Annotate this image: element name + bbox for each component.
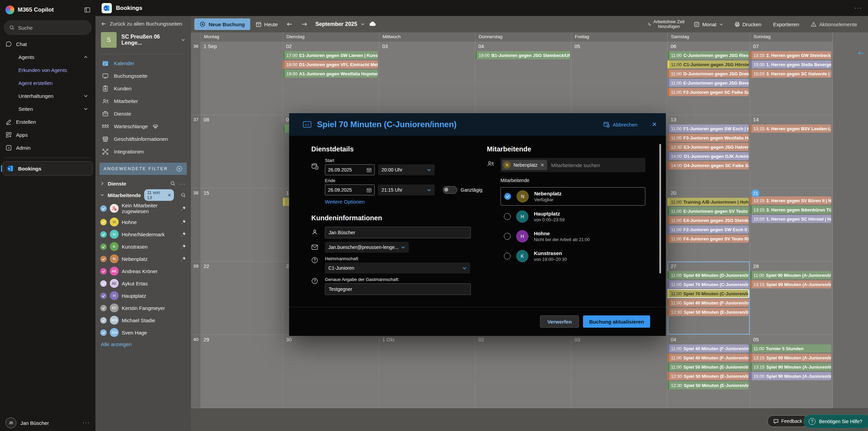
discard-button[interactable]: Verwerfen bbox=[540, 315, 579, 328]
calendar-event[interactable]: 13:15 Spiel 90 Minuten (A-Junioren/innen… bbox=[750, 280, 831, 288]
day-cell[interactable]: 2113:15 2. Herren gegen SV Büren II | Ne… bbox=[750, 188, 833, 262]
end-time-select[interactable]: 21:15 Uhr bbox=[378, 184, 435, 195]
day-cell[interactable]: 0411:00 Spiel 40 Minuten (F-Junioren/inn… bbox=[668, 335, 750, 408]
staff-filter-row[interactable]: MSMichael Stadie bbox=[95, 314, 191, 326]
dialog-scrollbar[interactable] bbox=[659, 144, 661, 273]
guest-team-input[interactable]: Testgegner bbox=[325, 283, 471, 295]
day-cell[interactable]: 0713:15 2. Herren gegen GW Steinbeck III… bbox=[750, 42, 833, 115]
staff-filter-section[interactable]: Mitarbeitende 11 von 13✕ bbox=[95, 189, 191, 201]
staff-filter-row[interactable]: KFKerstin Fangmeyer bbox=[95, 302, 191, 314]
calendar-event[interactable]: 11:00 E-Juniorinnen gegen SV Teuto Riese… bbox=[668, 207, 749, 215]
org-selector[interactable]: S SC Preußen 06 Lenge... bbox=[95, 29, 191, 51]
more-options-link[interactable]: Weitere Optionen bbox=[325, 199, 364, 205]
staff-checked-icon[interactable] bbox=[100, 205, 107, 212]
day-cell[interactable]: 2011:00 Training A/B-Juniorinnen | Hohne… bbox=[668, 188, 750, 262]
staff-filter-row[interactable]: HHohne/Niedermark bbox=[95, 228, 191, 240]
today-date[interactable]: 21 bbox=[750, 188, 832, 196]
day-cell[interactable]: 2811:00 Spiel 90 Minuten (A-Junioren/inn… bbox=[750, 262, 833, 335]
chip-remove-icon[interactable]: ✕ bbox=[540, 162, 544, 168]
search-input[interactable]: Suche bbox=[4, 20, 91, 35]
services-more-icon[interactable]: ··· bbox=[179, 181, 186, 187]
calendar-event[interactable]: 11:00 F4-Junioren gegen SV Teuto Riesenb… bbox=[668, 235, 749, 243]
home-team-select[interactable]: C1-Junioren bbox=[325, 263, 470, 273]
calendar-event[interactable]: 17:00 E1-Junioren gegen SW Lienen | Kuns… bbox=[283, 51, 378, 59]
staff-checked-icon[interactable] bbox=[100, 268, 107, 274]
calendar-event[interactable]: 11:00 E4-Junioren gegen JSG Steinbeck/Uf… bbox=[668, 216, 749, 224]
sidebar-item-chat[interactable]: Chat bbox=[0, 38, 95, 50]
collapse-panel-icon[interactable] bbox=[857, 50, 865, 56]
titlebar-more-icon[interactable]: ··· bbox=[854, 5, 862, 11]
sidebar-item-seiten[interactable]: Seiten bbox=[0, 102, 95, 115]
day-cell[interactable]: 1 Sep bbox=[200, 42, 283, 115]
staff-checked-icon[interactable] bbox=[100, 219, 107, 225]
calendar-event[interactable]: 11:00 E-Juniorinnen gegen JSG Bevergern/… bbox=[668, 79, 749, 87]
staff-checked-icon[interactable] bbox=[100, 305, 107, 311]
radio-icon[interactable] bbox=[504, 233, 511, 240]
nav-item-mitarbeiter[interactable]: Mitarbeiter bbox=[95, 95, 191, 107]
sidebar-item-agents[interactable]: Agents bbox=[0, 50, 95, 63]
calendar-event[interactable]: 19:00 A1-Junioren gegen Westfalia Hopste… bbox=[283, 70, 378, 78]
staff-search-field[interactable]: N Nebenplatz ✕ Mitarbeitende suchen bbox=[500, 158, 645, 172]
nav-item-warteschlange[interactable]: Warteschlange bbox=[95, 120, 191, 133]
pin-icon[interactable] bbox=[180, 244, 186, 250]
help-button[interactable]: ? Benötigen Sie Hilfe? bbox=[804, 415, 868, 428]
close-icon[interactable]: ✕ bbox=[652, 121, 657, 128]
staff-checked-icon[interactable] bbox=[100, 231, 107, 238]
calendar-event[interactable]: 11:00 Training A/B-Juniorinnen | Hohne bbox=[668, 198, 749, 206]
staff-filter-row[interactable]: AEAykut Ertas bbox=[95, 277, 191, 289]
export-button[interactable]: Exportieren bbox=[770, 18, 802, 30]
day-cell[interactable]: 1 Okt bbox=[379, 335, 475, 408]
day-cell[interactable]: 1311:00 F1-Junioren gegen SW Esch | Haup… bbox=[668, 115, 750, 188]
update-booking-button[interactable]: Buchung aktualisieren bbox=[583, 315, 650, 328]
staff-filter-badge[interactable]: 11 von 13✕ bbox=[144, 189, 174, 201]
calendar-event[interactable]: 15:00 Spiel 90 Minuten (A-Junioren/innen… bbox=[750, 372, 831, 380]
staff-filter-row[interactable]: NNebenplatz bbox=[95, 253, 191, 265]
sidebar-item-erstellen[interactable]: Erstellen bbox=[0, 115, 95, 128]
staff-chip[interactable]: N Nebenplatz ✕ bbox=[502, 160, 547, 170]
calendar-event[interactable]: 11:00 C-Juniorinnen gegen JSG Riesenbeck… bbox=[668, 51, 749, 59]
day-cell[interactable]: 2711:00 Spiel 60 Minuten (D-Junioren/inn… bbox=[668, 262, 750, 335]
day-cell[interactable]: 30 bbox=[283, 335, 379, 408]
clear-filters-icon[interactable] bbox=[176, 165, 183, 172]
start-time-select[interactable]: 20:00 Uhr bbox=[378, 164, 435, 175]
calendar-event[interactable]: 12:30 Spiel 50 Minuten (E-Junioren/innen… bbox=[668, 372, 749, 380]
day-cell[interactable]: 0217:00 E1-Junioren gegen SW Lienen | Ku… bbox=[283, 42, 379, 115]
day-cell[interactable]: 15 bbox=[200, 188, 283, 262]
user-row[interactable]: JB Jan Büscher ··· bbox=[0, 415, 95, 431]
month-picker[interactable]: September 2025 bbox=[315, 21, 376, 27]
sidebar-item-erkunden-von-agents[interactable]: Erkunden von Agents bbox=[0, 63, 95, 76]
calendar-event[interactable]: 12:30 Spiel 50 Minuten (E-Junioren/innen… bbox=[668, 381, 749, 389]
calendar-event[interactable]: 11:00 Spiel 40 Minuten (F-Junioren/innen… bbox=[668, 299, 749, 307]
calendar-event[interactable]: 11:00 F2-Junioren gegen SW Esch II | Hau… bbox=[668, 225, 749, 234]
radio-icon[interactable] bbox=[504, 213, 511, 220]
search-icon[interactable] bbox=[181, 192, 186, 198]
new-booking-button[interactable]: Neue Buchung bbox=[194, 18, 250, 30]
calendar-event[interactable]: 11:00 Turnier 5 Stunden bbox=[750, 344, 831, 353]
customer-name-input[interactable]: Jan Büscher bbox=[325, 227, 471, 238]
staff-option-hauptplatz[interactable]: HHauptplatz von 0:00–23:59 bbox=[500, 208, 645, 225]
sidebar-item-unterhaltungen[interactable]: Unterhaltungen bbox=[0, 89, 95, 102]
calendar-event[interactable]: 13:15 2. Herren gegen SV Büren II | Nebe… bbox=[750, 196, 831, 205]
end-date-input[interactable]: 26.09.2025 bbox=[325, 184, 375, 195]
staff-filter-row[interactable]: ? Kein Mitarbeiter zugewiesen bbox=[95, 201, 191, 216]
calendar-event[interactable]: 11:00 F3-Junioren gegen Westfalia Hopste… bbox=[668, 134, 749, 142]
cancel-booking-button[interactable]: Abbrechen bbox=[603, 121, 638, 128]
prev-month-button[interactable] bbox=[283, 18, 296, 30]
day-cell[interactable]: 0611:00 C-Juniorinnen gegen JSG Riesenbe… bbox=[668, 42, 750, 115]
calendar-event[interactable]: 14:00 D4-Junioren gegen SC Falke Saerbec… bbox=[668, 161, 749, 169]
calendar-event[interactable]: 11:00 F1-Junioren gegen SW Esch | Hauptp… bbox=[668, 124, 749, 133]
calendar-event[interactable]: 11:00 D-Juniorinnen gegen JSG Dreierwald… bbox=[668, 70, 749, 78]
calendar-event[interactable]: 11:00 Spiel 90 Minuten (A-Junioren/innen… bbox=[750, 271, 831, 279]
day-cell[interactable]: 03 bbox=[379, 42, 475, 115]
show-all-link[interactable]: Alle anzeigen bbox=[95, 339, 191, 350]
feedback-button[interactable]: Feedback bbox=[767, 415, 808, 427]
add-off-time-button[interactable]: Arbeitsfreie Zeit hinzufügen bbox=[647, 19, 685, 29]
nav-item-buchungsseite[interactable]: Buchungsseite bbox=[95, 70, 191, 82]
day-cell[interactable]: 0419:00 B1-Junioren gegen JSG Steinbeck/… bbox=[475, 42, 571, 115]
start-date-input[interactable]: 26.09.2025 bbox=[325, 164, 375, 175]
calendar-event[interactable]: 11:00 C1-Junioren gegen JSG Hörstel/Drei… bbox=[668, 60, 749, 69]
sidebar-item-agent-erstellen[interactable]: Agent erstellen bbox=[0, 76, 95, 89]
nav-item-gesch-ftsinformationen[interactable]: Geschäftsinformationen bbox=[95, 133, 191, 145]
sidebar-item-admin[interactable]: AAdmin bbox=[0, 141, 95, 154]
pin-icon[interactable] bbox=[180, 232, 186, 237]
